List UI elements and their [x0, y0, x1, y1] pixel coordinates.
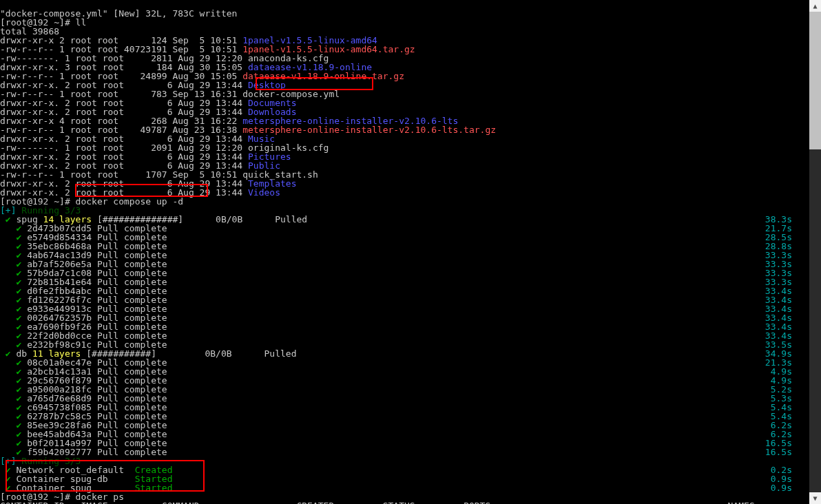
terminal-line: CONTAINER ID IMAGE COMMAND CREATED STATU… [0, 501, 809, 504]
scrollbar-track[interactable]: ▲ ▼ [809, 0, 821, 504]
scrollbar-thumb[interactable] [809, 12, 821, 149]
terminal-line: [root@192 ~]# docker compose up -d [0, 197, 809, 206]
terminal-line: [root@192 ~]# ll [0, 18, 809, 27]
terminal-line: ✔ f59b42092777 Pull complete 16.5s [0, 448, 809, 456]
terminal-line: "docker-compose.yml" [New] 32L, 783C wri… [0, 9, 809, 18]
scroll-up-button[interactable]: ▲ [809, 0, 821, 12]
terminal-line: ✔ Container spug Started 0.9s [0, 483, 809, 492]
scroll-down-button[interactable]: ▼ [809, 492, 821, 504]
terminal[interactable]: "docker-compose.yml" [New] 32L, 783C wri… [0, 0, 809, 504]
